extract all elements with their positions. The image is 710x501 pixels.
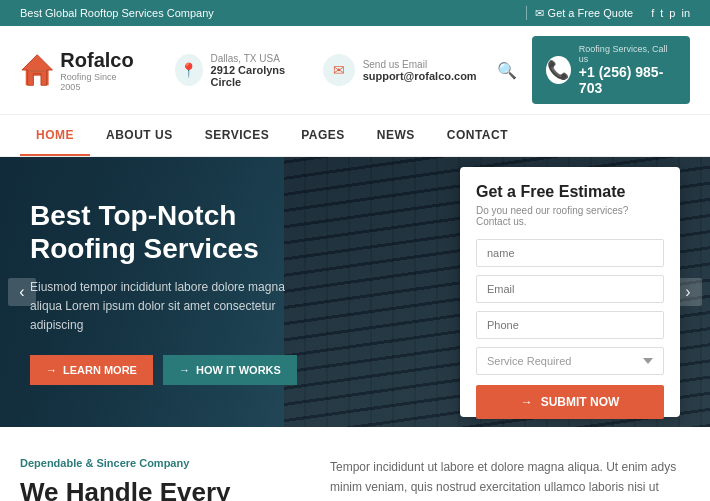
logo: Rofalco Roofing Since 2005	[20, 49, 135, 92]
top-bar: Best Global Rooftop Services Company ✉ G…	[0, 0, 710, 26]
section-right: Tempor incididunt ut labore et dolore ma…	[330, 457, 690, 501]
about-section: Dependable & Sincere Company We Handle E…	[0, 427, 710, 501]
hero-buttons: → LEARN MORE → HOW IT WORKS	[30, 355, 310, 385]
nav-pages[interactable]: PAGES	[285, 116, 361, 156]
top-bar-right: ✉ Get a Free Quote f t p in	[526, 6, 690, 20]
nav-services[interactable]: SERVICES	[189, 116, 285, 156]
phone-icon: 📞	[546, 56, 571, 84]
name-input[interactable]	[476, 239, 664, 267]
header: Rofalco Roofing Since 2005 📍 Dallas, TX …	[0, 26, 710, 115]
company-tagline: Best Global Rooftop Services Company	[20, 7, 214, 19]
section-para-1: Tempor incididunt ut labore et dolore ma…	[330, 457, 690, 501]
hero-section: ‹ Best Top-Notch Roofing Services Eiusmo…	[0, 157, 710, 427]
email-value: support@rofalco.com	[363, 70, 477, 82]
location-label: Dallas, TX USA	[211, 53, 303, 64]
pinterest-icon[interactable]: p	[669, 7, 675, 19]
how-it-works-button[interactable]: → HOW IT WORKS	[163, 355, 297, 385]
estimate-subtitle: Do you need our roofing services? Contac…	[476, 205, 664, 227]
logo-text: Rofalco Roofing Since 2005	[60, 49, 135, 92]
brand-name: Rofalco	[60, 49, 135, 72]
email-icon: ✉	[323, 54, 355, 86]
submit-arrow-icon: →	[521, 395, 533, 409]
phone-number: +1 (256) 985-703	[579, 64, 676, 96]
email-text: Send us Email support@rofalco.com	[363, 59, 477, 82]
header-info: 📍 Dallas, TX USA 2912 Carolyns Circle ✉ …	[175, 53, 476, 88]
nav-items: HOME ABOUT US SERVICES PAGES NEWS CONTAC…	[20, 116, 524, 156]
section-label: Dependable & Sincere Company	[20, 457, 300, 469]
linkedin-icon[interactable]: in	[681, 7, 690, 19]
phone-box: 📞 Roofing Services, Call us +1 (256) 985…	[532, 36, 690, 104]
location-address: 2912 Carolyns Circle	[211, 64, 303, 88]
learn-more-button[interactable]: → LEARN MORE	[30, 355, 153, 385]
logo-svg	[20, 52, 54, 88]
nav-contact[interactable]: CONTACT	[431, 116, 524, 156]
header-right: 🔍 📞 Roofing Services, Call us +1 (256) 9…	[497, 36, 690, 104]
phone-input[interactable]	[476, 311, 664, 339]
quote-icon: ✉	[535, 7, 544, 20]
navigation: HOME ABOUT US SERVICES PAGES NEWS CONTAC…	[0, 115, 710, 157]
email-info: ✉ Send us Email support@rofalco.com	[323, 53, 477, 88]
phone-label: Roofing Services, Call us	[579, 44, 676, 64]
search-icon[interactable]: 🔍	[497, 61, 517, 80]
service-select[interactable]: Service Required Roof Repair Roof Instal…	[476, 347, 664, 375]
section-title: We Handle Every Project With Care	[20, 477, 300, 501]
divider	[526, 6, 527, 20]
nav-about[interactable]: ABOUT US	[90, 116, 189, 156]
estimate-title: Get a Free Estimate	[476, 183, 664, 201]
location-icon: 📍	[175, 54, 202, 86]
top-cta[interactable]: ✉ Get a Free Quote	[535, 7, 634, 20]
prev-slide-button[interactable]: ‹	[8, 278, 36, 306]
twitter-icon[interactable]: t	[660, 7, 663, 19]
svg-rect-2	[30, 70, 45, 72]
estimate-form: Get a Free Estimate Do you need our roof…	[460, 167, 680, 417]
submit-button[interactable]: → SUBMIT NOW	[476, 385, 664, 419]
facebook-icon[interactable]: f	[651, 7, 654, 19]
phone-text: Roofing Services, Call us +1 (256) 985-7…	[579, 44, 676, 96]
email-label: Send us Email	[363, 59, 477, 70]
nav-home[interactable]: HOME	[20, 116, 90, 156]
arrow-icon-2: →	[179, 364, 190, 376]
hero-content: Best Top-Notch Roofing Services Eiusmod …	[0, 179, 340, 406]
email-input[interactable]	[476, 275, 664, 303]
arrow-icon: →	[46, 364, 57, 376]
social-links: f t p in	[651, 7, 690, 19]
location-info: 📍 Dallas, TX USA 2912 Carolyns Circle	[175, 53, 302, 88]
hero-description: Eiusmod tempor incididunt labore dolore …	[30, 278, 310, 336]
brand-tagline: Roofing Since 2005	[60, 72, 135, 92]
location-text: Dallas, TX USA 2912 Carolyns Circle	[211, 53, 303, 88]
section-left: Dependable & Sincere Company We Handle E…	[20, 457, 300, 501]
hero-title: Best Top-Notch Roofing Services	[30, 199, 310, 266]
nav-news[interactable]: NEWS	[361, 116, 431, 156]
